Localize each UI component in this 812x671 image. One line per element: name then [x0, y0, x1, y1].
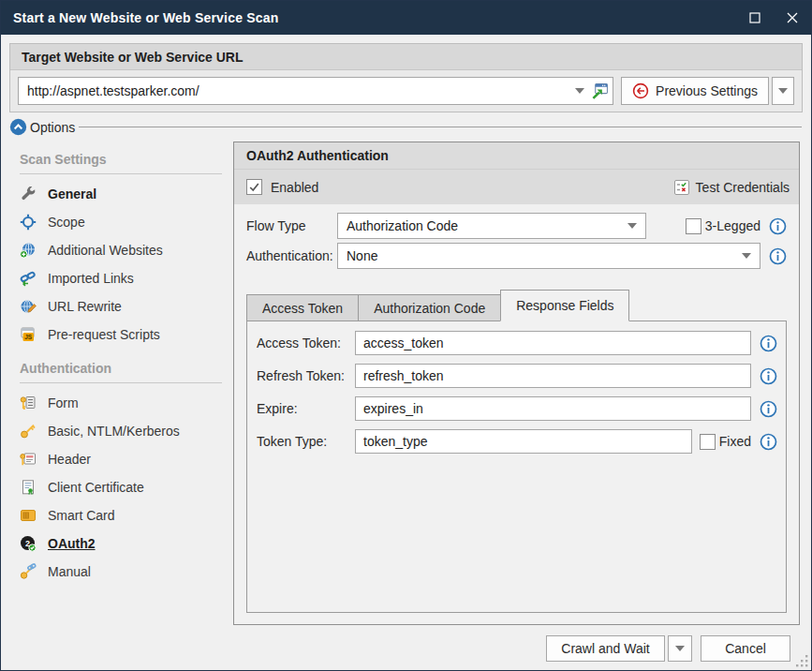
section-title-scan-settings: Scan Settings [20, 152, 222, 174]
info-icon[interactable] [760, 335, 777, 352]
options-expander[interactable]: Options [1, 114, 811, 140]
open-in-browser-icon[interactable] [591, 82, 609, 100]
close-button[interactable] [786, 11, 799, 24]
collapse-chevron-icon[interactable] [9, 118, 27, 136]
key-form-icon [20, 395, 37, 411]
authentication-select[interactable]: None [337, 243, 760, 269]
resize-grip[interactable] [796, 655, 809, 668]
sidebar-item-oauth2[interactable]: 2 OAuth2 [15, 529, 233, 558]
target-url-header: Target Website or Web Service URL [10, 44, 802, 70]
key-icon [20, 423, 37, 440]
flow-type-row: Flow Type Authorization Code 3-Legged [246, 212, 787, 240]
checkmark-icon [248, 181, 260, 193]
enabled-row: Enabled Test Credentials [234, 170, 799, 204]
cancel-button[interactable]: Cancel [701, 635, 790, 662]
expire-row: Expire: [257, 395, 777, 422]
previous-settings-icon [632, 82, 649, 99]
js-script-icon: JS [20, 326, 37, 343]
expire-input[interactable] [355, 396, 751, 421]
imported-links-icon [20, 270, 37, 287]
info-icon[interactable] [760, 433, 777, 451]
oauth2-tabstrip: Access Token Authorization Code Response… [246, 290, 787, 321]
token-type-row: Token Type: Fixed [257, 428, 777, 455]
settings-sidebar: Scan Settings General Scope [1, 140, 233, 625]
svg-text:JS: JS [24, 334, 33, 340]
smart-card-icon [20, 507, 37, 524]
options-label: Options [30, 120, 75, 135]
token-type-input[interactable] [355, 429, 692, 454]
refresh-token-input[interactable] [355, 364, 751, 388]
globe-edit-icon [20, 298, 37, 315]
sidebar-item-url-rewrite[interactable]: URL Rewrite [15, 292, 233, 321]
sidebar-item-basic-ntlm-kerberos[interactable]: Basic, NTLM/Kerberos [15, 417, 233, 445]
new-scan-dialog: Start a New Website or Web Service Scan … [0, 0, 812, 671]
crawl-options-dropdown-button[interactable] [668, 635, 692, 662]
info-icon[interactable] [760, 367, 777, 385]
section-title-authentication: Authentication [20, 361, 222, 383]
access-token-row: Access Token: [257, 330, 777, 356]
info-icon[interactable] [769, 247, 787, 265]
test-credentials-icon [673, 179, 690, 196]
three-legged-label: 3-Legged [705, 218, 760, 233]
test-credentials-label: Test Credentials [696, 180, 790, 195]
refresh-token-row: Refresh Token: [257, 363, 777, 389]
test-credentials-button[interactable]: Test Credentials [673, 179, 790, 196]
target-url-input[interactable] [27, 83, 568, 98]
sidebar-item-additional-websites[interactable]: Additional Websites [15, 236, 233, 264]
oauth2-panel: OAuth2 Authentication Enabled Test Crede… [233, 142, 800, 625]
maximize-icon [749, 12, 760, 23]
crawl-and-wait-button[interactable]: Crawl and Wait [546, 635, 665, 662]
expire-label: Expire: [257, 401, 355, 416]
options-divider [79, 127, 802, 127]
previous-settings-label: Previous Settings [656, 83, 758, 98]
response-fields-tabpage: Access Token: Refresh Token: [246, 321, 787, 613]
close-icon [787, 12, 798, 23]
sidebar-item-pre-request-scripts[interactable]: JS Pre-request Scripts [15, 321, 233, 349]
dropdown-arrow-icon [675, 646, 685, 651]
globe-add-icon [20, 242, 37, 259]
enabled-label: Enabled [271, 180, 318, 195]
certificate-icon [20, 479, 37, 496]
panel-title: OAuth2 Authentication [234, 142, 799, 170]
access-token-label: Access Token: [257, 336, 355, 350]
fixed-checkbox[interactable] [700, 434, 716, 450]
maximize-button[interactable] [748, 11, 761, 24]
window-title: Start a New Website or Web Service Scan [13, 10, 279, 25]
flow-type-select[interactable]: Authorization Code [337, 213, 646, 239]
key-link-icon [20, 563, 37, 580]
dropdown-arrow-icon [627, 223, 637, 229]
dialog-footer: Crawl and Wait Cancel [1, 625, 811, 662]
target-url-group: Target Website or Web Service URL [9, 43, 803, 112]
tab-access-token[interactable]: Access Token [246, 294, 359, 321]
fixed-label: Fixed [719, 434, 751, 449]
sidebar-item-form[interactable]: Form [15, 389, 233, 417]
previous-settings-button[interactable]: Previous Settings [621, 77, 769, 105]
tab-authorization-code[interactable]: Authorization Code [358, 294, 501, 321]
wrench-icon [20, 186, 37, 202]
sidebar-item-imported-links[interactable]: Imported Links [15, 264, 233, 292]
dropdown-arrow-icon [778, 88, 788, 94]
three-legged-checkbox[interactable] [686, 218, 701, 234]
scope-icon [20, 214, 37, 231]
authentication-row: Authentication: None [246, 242, 787, 270]
url-dropdown-arrow-icon[interactable] [575, 88, 584, 94]
sidebar-item-general[interactable]: General [15, 180, 233, 208]
sidebar-item-smart-card[interactable]: Smart Card [15, 501, 233, 529]
sidebar-item-manual[interactable]: Manual [15, 558, 233, 586]
dropdown-arrow-icon [742, 253, 751, 259]
titlebar: Start a New Website or Web Service Scan [1, 1, 811, 35]
sidebar-item-scope[interactable]: Scope [15, 208, 233, 236]
key-window-icon [20, 451, 37, 468]
info-icon[interactable] [769, 217, 787, 235]
sidebar-item-client-certificate[interactable]: Client Certificate [15, 473, 233, 501]
access-token-input[interactable] [355, 331, 751, 355]
authentication-label: Authentication: [246, 248, 337, 263]
enabled-checkbox[interactable] [246, 179, 262, 195]
info-icon[interactable] [760, 400, 777, 418]
previous-settings-dropdown-button[interactable] [772, 77, 794, 105]
sidebar-item-header[interactable]: Header [15, 445, 233, 473]
refresh-token-label: Refresh Token: [257, 368, 355, 383]
tab-response-fields[interactable]: Response Fields [500, 290, 629, 321]
target-url-combobox[interactable] [18, 77, 613, 105]
flow-type-label: Flow Type [246, 218, 337, 233]
